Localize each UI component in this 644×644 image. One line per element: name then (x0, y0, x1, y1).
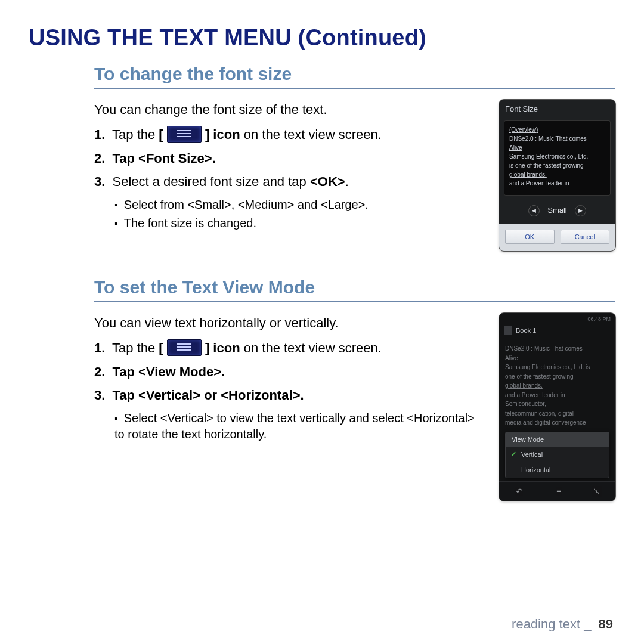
cancel-button[interactable]: Cancel (561, 230, 610, 244)
list-item: 1. Tap the [ ] icon on the text view scr… (94, 126, 485, 144)
mock-line: and a Proven leader in (505, 392, 565, 398)
mock-line: media and digital convergence (505, 419, 586, 426)
mock-text-area: (Overview) DNSe2.0 : Music That comes Al… (504, 120, 611, 196)
chevron-left-icon[interactable]: ◀ (528, 205, 540, 216)
divider (94, 301, 615, 302)
list-item: 2. Tap <View Mode>. (94, 363, 485, 381)
device-mock-view-mode: 06:48 PM Book 1 DNSe2.0 : Music That com… (499, 313, 615, 501)
list-item: The font size is changed. (114, 215, 485, 231)
section-heading: To set the Text View Mode (94, 277, 615, 298)
mock-line: Alive (505, 355, 518, 361)
status-time: 06:48 PM (587, 316, 611, 322)
mock-line: and a Proven leader in (509, 180, 569, 187)
mock-line: is one of the fastest growing (509, 162, 584, 169)
footer-label: reading text _ (512, 617, 591, 631)
popup-option-vertical[interactable]: Vertical (506, 447, 609, 462)
mock-title: Book 1 (516, 327, 536, 334)
list-item: 1. Tap the [ ] icon on the text view scr… (94, 339, 485, 357)
step-text: Tap <Font Size>. (112, 151, 215, 166)
step-text: Tap <Vertical> or <Horizontal>. (112, 388, 304, 402)
back-icon[interactable]: ↶ (516, 487, 523, 496)
page-footer: reading text _ 89 (512, 617, 613, 632)
step-text: Select a desired font size and tap <OK>. (112, 174, 348, 189)
divider (94, 88, 615, 89)
page-title: USING THE TEXT MENU (Continued) (29, 25, 615, 51)
document-icon (504, 326, 512, 335)
mock-line: telecommunication, digital (505, 410, 574, 417)
menu-icon (167, 126, 202, 143)
step-number: 2. (94, 364, 105, 379)
mock-selector-value: Small (547, 206, 567, 215)
chevron-right-icon[interactable]: ▶ (575, 205, 586, 216)
mock-line: global brands, (509, 171, 547, 178)
step-number: 1. (94, 127, 105, 142)
step-text: Tap the [ ] icon on the text view screen… (112, 127, 382, 142)
list-item: Select <Vertical> to view the text verti… (114, 410, 485, 442)
list-item: 3. Tap <Vertical> or <Horizontal>. (94, 386, 485, 404)
section-intro: You can view text horizontally or vertic… (94, 315, 485, 331)
mock-line: Samsung Electronics co., Ltd. is (505, 364, 590, 370)
list-item: Select from <Small>, <Medium> and <Large… (114, 197, 485, 213)
section-intro: You can change the font size of the text… (94, 102, 485, 117)
attachment-icon[interactable]: ⌇ (592, 487, 602, 497)
menu-icon[interactable]: ≡ (556, 487, 561, 496)
mock-selector[interactable]: ◀ Small ▶ (499, 199, 615, 224)
step-text: Tap the [ ] icon on the text view screen… (112, 340, 382, 355)
mock-line: one of the fastest growing (505, 373, 574, 380)
popup-title: View Mode (506, 432, 609, 447)
view-mode-popup: View Mode Vertical Horizontal (505, 432, 609, 478)
mock-line: DNSe2.0 : Music That comes (509, 135, 587, 142)
page-number: 89 (599, 617, 613, 631)
device-mock-font-size: Font Size (Overview) DNSe2.0 : Music Tha… (499, 100, 615, 251)
step-text: Tap <View Mode>. (112, 364, 225, 379)
step-number: 2. (94, 151, 105, 166)
mock-line: Semiconductor, (505, 401, 546, 407)
section-heading: To change the font size (94, 64, 615, 84)
list-item: 3. Select a desired font size and tap <O… (94, 173, 485, 191)
mock-line: Samsung Electronics co., Ltd. (509, 153, 588, 160)
step-number: 3. (94, 174, 105, 189)
mock-line: (Overview) (509, 126, 538, 133)
mock-line: Alive (509, 144, 522, 151)
menu-icon (167, 339, 202, 356)
list-item: 2. Tap <Font Size>. (94, 150, 485, 168)
step-number: 3. (94, 388, 105, 402)
mock-title: Font Size (499, 100, 615, 117)
mock-line: DNSe2.0 : Music That comes (505, 345, 583, 352)
popup-option-horizontal[interactable]: Horizontal (506, 462, 609, 478)
step-number: 1. (94, 340, 105, 355)
mock-line: global brands, (505, 382, 543, 389)
ok-button[interactable]: OK (505, 230, 555, 244)
